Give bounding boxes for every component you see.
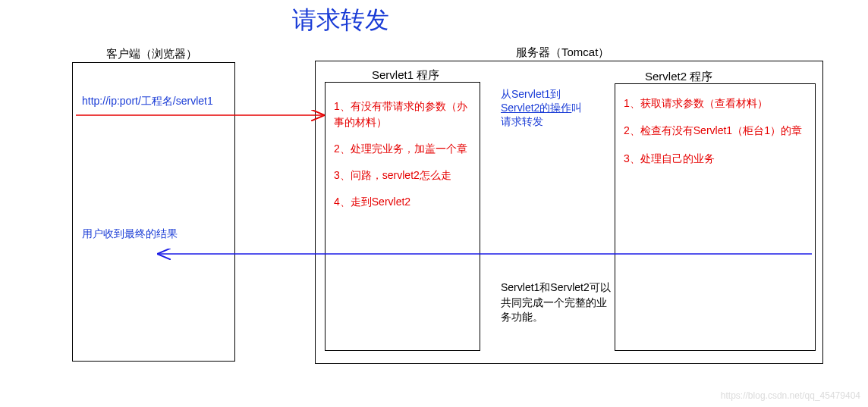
forward-note-line1: 从Servlet1到 <box>501 88 561 100</box>
forward-note-line3: 请求转发 <box>501 115 543 127</box>
servlet1-label: Servlet1 程序 <box>372 68 439 83</box>
servlet1-step-4: 4、走到Servlet2 <box>334 194 474 210</box>
client-result-text: 用户收到最终的结果 <box>82 227 178 241</box>
servlet1-step-1: 1、有没有带请求的参数（办事的材料） <box>334 99 474 130</box>
servlet2-step-1: 1、获取请求参数（查看材料） <box>624 95 810 111</box>
watermark: https://blog.csdn.net/qq_45479404 <box>721 390 860 401</box>
diagram-title: 请求转发 <box>292 4 389 37</box>
client-request-url: http://ip:port/工程名/servlet1 <box>82 95 213 108</box>
forward-note: 从Servlet1到 Servlet2的操作叫 请求转发 <box>501 87 607 129</box>
client-label: 客户端（浏览器） <box>106 47 197 61</box>
bottom-note: Servlet1和Servlet2可以共同完成一个完整的业务功能。 <box>501 280 611 325</box>
servlet1-step-2: 2、处理完业务，加盖一个章 <box>334 141 474 157</box>
server-label: 服务器（Tomcat） <box>516 45 609 60</box>
servlet2-step-2: 2、检查有没有Servlet1（柜台1）的章 <box>624 122 810 139</box>
forward-note-line2b: 叫 <box>571 102 582 114</box>
servlet1-steps: 1、有没有带请求的参数（办事的材料） 2、处理完业务，加盖一个章 3、问路，se… <box>334 99 474 221</box>
servlet2-step-3: 3、处理自己的业务 <box>624 150 810 167</box>
servlet1-step-3: 3、问路，servlet2怎么走 <box>334 167 474 183</box>
servlet2-label: Servlet2 程序 <box>645 70 712 84</box>
forward-note-line2a: Servlet2的操作 <box>501 102 571 114</box>
servlet2-steps: 1、获取请求参数（查看材料） 2、检查有没有Servlet1（柜台1）的章 3、… <box>624 95 810 177</box>
